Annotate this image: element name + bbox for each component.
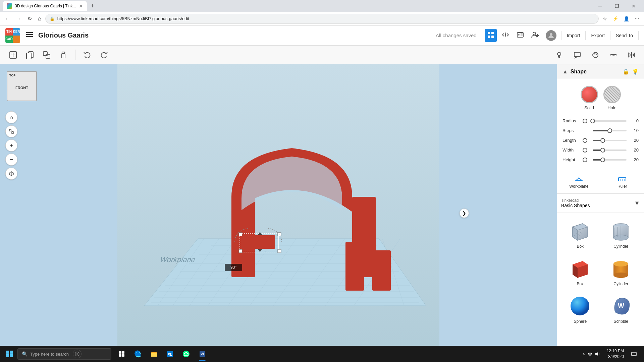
viewport[interactable]: Workplane [0,64,557,362]
address-text: https://www.tinkercad.com/things/5BNzmNu… [57,16,594,21]
explorer-button[interactable] [146,346,162,362]
maximize-button[interactable]: ❐ [609,1,625,11]
minimize-button[interactable]: ─ [592,1,608,11]
clock-time: 12:19 PM [607,348,624,354]
menu-button[interactable] [23,30,36,41]
settings-button[interactable]: ⋯ [633,15,641,23]
isometric-button[interactable] [5,168,17,180]
svg-rect-64 [245,235,275,249]
user-avatar-button[interactable] [544,28,558,43]
forward-button[interactable]: → [14,14,23,23]
taskbar-search[interactable]: 🔍 Type here to search [17,348,111,360]
close-button[interactable]: ✕ [626,1,641,11]
mail-button[interactable] [178,346,194,362]
new-tab-button[interactable]: + [88,1,97,11]
svg-text:W: W [201,352,204,356]
edge-button[interactable] [130,346,146,362]
length-slider[interactable] [593,140,627,141]
reset-view-button[interactable]: ⌂ [5,111,17,123]
toolbar-separator [75,50,75,60]
home-button[interactable]: ⌂ [36,14,43,23]
bookmark-button[interactable]: ☆ [601,15,609,23]
steps-label: Steps [562,128,583,133]
zoom-in-button[interactable]: + [5,139,17,152]
cylinder-solid-svg [608,258,634,280]
svg-point-117 [183,351,190,357]
steps-slider[interactable] [593,130,627,131]
collections-button[interactable]: ⚡ [610,15,620,23]
svg-point-108 [76,353,78,355]
add-shape-button[interactable] [5,48,21,62]
notification-button[interactable] [628,346,640,362]
svg-rect-112 [122,354,124,357]
shape-item-cylinder-wire[interactable]: Cylinder [602,217,640,251]
taskbar-clock[interactable]: 12:19 PM 8/9/2020 [604,347,627,361]
orientation-cube[interactable]: TOP FRONT [7,71,37,101]
cylinder-wire-svg [608,220,634,242]
ruler-button[interactable]: Ruler [601,171,644,193]
duplicate-button[interactable] [39,48,54,62]
speech-bubble-button[interactable] [570,49,584,61]
shapes-dropdown-button[interactable]: ▼ [634,200,640,207]
add-user-button[interactable] [529,29,541,42]
height-circle[interactable] [583,158,587,162]
redo-button[interactable] [96,48,112,62]
box-wire-svg [568,220,593,242]
browser-tab[interactable]: 3D design Glorious Gaaris | Tink... ✕ [3,1,87,11]
reload-button[interactable]: ↻ [25,14,34,23]
light-icon[interactable]: 💡 [632,68,639,75]
radius-slider[interactable] [593,120,627,122]
shapes-category: Tinkercad Basic Shapes ▼ [561,197,640,209]
shapes-button[interactable] [588,49,602,61]
back-button[interactable]: ← [3,14,12,23]
length-slider-container [590,140,629,141]
radius-circle[interactable] [583,119,587,123]
mirror-button[interactable] [625,49,639,61]
hole-type-button[interactable]: Hole [603,86,621,110]
grid-view-button[interactable] [485,29,497,42]
start-button[interactable] [1,346,17,362]
solid-type-button[interactable]: Solid [581,86,598,110]
tab-close-icon[interactable]: ✕ [79,3,83,9]
solid-shape-circle [581,86,598,103]
sim-button[interactable] [514,29,526,42]
scribble-image: W [607,294,634,318]
save-status: All changes saved [436,33,477,38]
account-button[interactable]: 👤 [622,15,631,23]
copy-button[interactable] [22,48,38,62]
delete-button[interactable] [56,48,71,62]
shape-item-sphere[interactable]: Sphere [561,292,599,326]
word-button[interactable]: W [195,346,210,362]
shape-item-scribble[interactable]: W Scribble [602,292,640,326]
import-button[interactable]: Import [561,31,586,40]
plane-button[interactable] [606,49,621,61]
shape-item-box-wire[interactable]: Box [561,217,599,251]
shape-item-box-solid[interactable]: Box [561,254,599,289]
height-slider[interactable] [593,159,627,161]
microsoft-store-button[interactable]: 🛍 [162,346,178,362]
wifi-icon[interactable] [587,351,593,357]
length-circle[interactable] [583,138,587,143]
workplane-button[interactable]: Workplane [557,171,601,193]
radius-value: 0 [629,118,639,123]
light-bulb-button[interactable] [552,49,566,61]
shape-collapse-arrow[interactable]: ▲ [562,69,568,75]
svg-rect-111 [119,354,121,357]
shape-item-cylinder-solid[interactable]: Cylinder [602,254,640,289]
code-view-button[interactable] [499,29,512,42]
volume-icon[interactable] [595,351,600,357]
width-slider[interactable] [593,149,627,151]
export-button[interactable]: Export [586,31,610,40]
width-circle[interactable] [583,148,587,153]
zoom-out-button[interactable]: − [5,154,17,166]
lock-icon[interactable]: 🔒 [623,68,629,75]
chevron-up-icon[interactable]: ∧ [582,352,585,356]
svg-rect-24 [62,54,65,58]
panel-scroll-arrow[interactable]: ❯ [460,208,469,218]
address-bar[interactable]: 🔒 https://www.tinkercad.com/things/5BNzm… [45,14,599,24]
undo-button[interactable] [79,48,95,62]
svg-line-7 [505,33,506,37]
task-view-button[interactable] [114,346,129,362]
send-to-button[interactable]: Send To [610,31,639,40]
fit-view-button[interactable] [5,125,17,137]
